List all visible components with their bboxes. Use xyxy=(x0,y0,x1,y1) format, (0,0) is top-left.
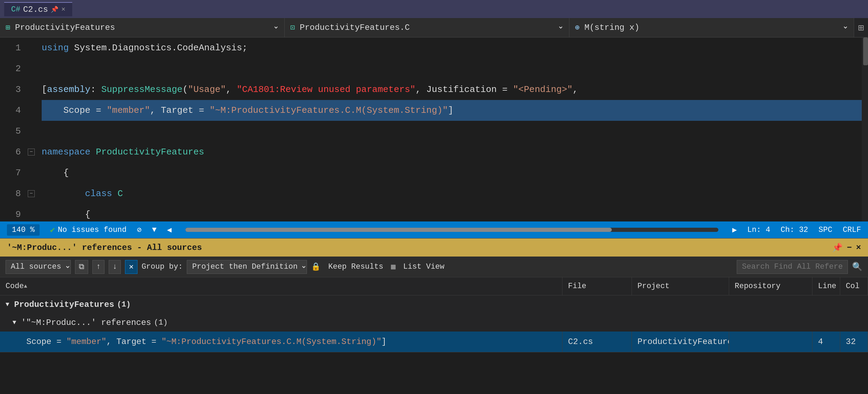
group-count: (1) xyxy=(117,300,131,309)
col-line-header[interactable]: Line xyxy=(812,277,840,295)
sources-dropdown[interactable]: All sources xyxy=(6,260,71,274)
tab-label: C2.cs xyxy=(23,5,48,14)
close-panel-icon[interactable]: × xyxy=(856,243,861,252)
panel-title-bar: '~M:Produc...' references - All sources … xyxy=(0,238,868,257)
code-line-1: using System.Diagnostics.CodeAnalysis; xyxy=(42,37,862,58)
check-icon: ✔ xyxy=(50,225,55,235)
group-row-productivityfeatures[interactable]: ▼ ProductivityFeatures (1) xyxy=(0,295,868,313)
cell-col: 32 xyxy=(840,332,868,352)
cell-project: ProductivityFeatures xyxy=(632,332,729,352)
cell-line: 4 xyxy=(812,332,840,352)
namespace-icon: ⊞ xyxy=(6,23,10,32)
refs-table-header: Code File Project Repository Line Col xyxy=(0,277,868,295)
scrollbar-thumb[interactable] xyxy=(863,37,868,65)
search-icon[interactable]: 🔍 xyxy=(852,262,862,272)
cell-repository xyxy=(729,332,812,352)
collapse-class-icon[interactable]: − xyxy=(28,190,35,197)
pin-panel-icon[interactable]: 📌 xyxy=(832,243,843,253)
issues-indicator: ✔ No issues found xyxy=(50,225,127,235)
collapse-namespace-icon[interactable]: − xyxy=(28,149,35,156)
breadcrumb-select-3[interactable]: M(string x) xyxy=(583,23,848,33)
col-file-header[interactable]: File xyxy=(562,277,632,295)
list-view-button[interactable]: List View xyxy=(400,261,448,273)
title-bar: C# C2.cs 📌 × xyxy=(0,0,868,18)
pin-icon[interactable]: 📌 xyxy=(51,6,58,13)
panel-controls: 📌 − × xyxy=(832,243,861,253)
zoom-level[interactable]: 140 % xyxy=(7,224,40,236)
fold-area: − − − xyxy=(28,37,38,221)
references-panel: '~M:Produc...' references - All sources … xyxy=(0,238,868,394)
breadcrumb-item-2[interactable]: ⊡ ProductivityFeatures.C xyxy=(285,18,569,37)
next-result-button[interactable]: ↓ xyxy=(109,260,121,274)
cell-file: C2.cs xyxy=(562,332,632,352)
char-info: Ch: 32 xyxy=(781,226,808,234)
code-content[interactable]: using System.Diagnostics.CodeAnalysis; [… xyxy=(38,37,862,221)
scroll-left-arrow[interactable]: ◀ xyxy=(167,225,172,235)
filter-dropdown[interactable]: ▼ xyxy=(152,226,157,234)
col-col-header[interactable]: Col xyxy=(840,277,868,295)
breadcrumb-select-1[interactable]: ProductivityFeatures xyxy=(14,23,279,33)
panel-toolbar: All sources ⧉ ↑ ↓ ✕ Group by: Project th… xyxy=(0,257,868,277)
breadcrumb-bar: ⊞ ProductivityFeatures ⊡ ProductivityFea… xyxy=(0,18,868,37)
close-icon[interactable]: × xyxy=(61,6,65,14)
breadcrumb-item-3[interactable]: ⊕ M(string x) xyxy=(569,18,854,37)
filter-button[interactable]: ✕ xyxy=(125,260,137,274)
subgroup-count: (1) xyxy=(154,318,168,327)
status-right: Ln: 4 Ch: 32 SPC CRLF xyxy=(747,226,861,234)
editor-tab[interactable]: C# C2.cs 📌 × xyxy=(4,2,72,16)
code-line-3: [assembly: SuppressMessage("Usage", "CA1… xyxy=(42,79,862,100)
col-repository-header[interactable]: Repository xyxy=(729,277,812,295)
code-line-8: class C xyxy=(42,183,862,204)
breadcrumb-select-2[interactable]: ProductivityFeatures.C xyxy=(298,23,564,33)
breadcrumb-item-1[interactable]: ⊞ ProductivityFeatures xyxy=(0,18,285,37)
status-bar: 140 % ✔ No issues found ⊘ ▼ ◀ ▶ Ln: 4 Ch… xyxy=(0,221,868,238)
cell-code: Scope = "member", Target = "~M:Productiv… xyxy=(0,332,562,352)
references-table[interactable]: Code File Project Repository Line Col ▼ … xyxy=(0,277,868,394)
code-line-6: namespace ProductivityFeatures xyxy=(42,142,862,162)
copy-button[interactable]: ⧉ xyxy=(75,260,88,274)
line-info: Ln: 4 xyxy=(747,226,770,234)
subgroup-name: '"~M:Produc...' references xyxy=(21,318,151,327)
group-expand-icon: ▼ xyxy=(6,301,9,308)
col-project-header[interactable]: Project xyxy=(632,277,729,295)
code-line-5 xyxy=(42,121,862,142)
filter-icon[interactable]: ⊘ xyxy=(137,225,142,235)
line-ending: CRLF xyxy=(843,226,861,234)
line-numbers: 1 2 3 4 5 6 7 8 9 10 11 12 xyxy=(0,37,28,221)
search-refs-input[interactable] xyxy=(737,260,848,274)
horizontal-scrollbar[interactable] xyxy=(185,228,718,232)
group-by-label: Group by: xyxy=(142,262,183,271)
group-by-select[interactable]: Project then Definition xyxy=(187,260,307,274)
lock-icon: 🔒 xyxy=(311,262,320,271)
col-code-header[interactable]: Code xyxy=(0,277,562,295)
horizontal-scrollbar-thumb[interactable] xyxy=(185,228,612,232)
editor-scrollbar[interactable] xyxy=(862,37,868,221)
file-icon: C# xyxy=(11,5,20,14)
keep-results-button[interactable]: Keep Results xyxy=(325,261,386,273)
issues-text: No issues found xyxy=(58,226,126,234)
list-view-label: List View xyxy=(403,262,444,271)
prev-result-button[interactable]: ↑ xyxy=(92,260,105,274)
subgroup-expand-icon: ▼ xyxy=(12,319,16,326)
code-line-4: Scope = "member", Target = "~M:Productiv… xyxy=(42,100,862,121)
breadcrumb-expand-icon[interactable]: ⊞ xyxy=(858,22,864,34)
class-icon: ⊡ xyxy=(290,23,295,32)
encoding: SPC xyxy=(819,226,833,234)
scroll-right-arrow[interactable]: ▶ xyxy=(732,225,737,235)
minimize-panel-icon[interactable]: − xyxy=(847,243,852,252)
code-line-2 xyxy=(42,58,862,79)
code-line-7: { xyxy=(42,162,862,183)
code-line-9: { xyxy=(42,204,862,221)
group-name: ProductivityFeatures xyxy=(14,300,114,309)
subgroup-row-references[interactable]: ▼ '"~M:Produc...' references (1) xyxy=(0,313,868,332)
table-row[interactable]: Scope = "member", Target = "~M:Productiv… xyxy=(0,332,868,352)
editor-area: 1 2 3 4 5 6 7 8 9 10 11 12 − − − xyxy=(0,37,868,221)
panel-title: '~M:Produc...' references - All sources xyxy=(7,243,202,252)
table-icon: ▦ xyxy=(391,262,395,271)
keep-results-label: Keep Results xyxy=(328,262,383,271)
method-icon: ⊕ xyxy=(575,23,579,32)
